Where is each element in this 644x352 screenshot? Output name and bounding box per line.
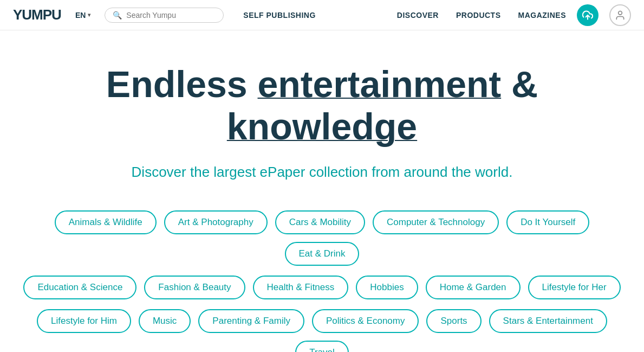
magazines-link[interactable]: MAGAZINES — [518, 11, 567, 20]
tag-travel[interactable]: Travel — [295, 341, 349, 352]
chevron-down-icon: ▾ — [88, 12, 90, 18]
search-input[interactable] — [126, 11, 216, 20]
tag-stars-entertainment[interactable]: Stars & Entertainment — [489, 309, 607, 333]
tag-health-fitness[interactable]: Health & Fitness — [253, 276, 349, 299]
tag-music[interactable]: Music — [139, 309, 191, 333]
tags-container: Animals & Wildlife Art & Photography Car… — [22, 210, 622, 352]
upload-button[interactable] — [577, 4, 599, 26]
tag-fashion-beauty[interactable]: Fashion & Beauty — [144, 276, 245, 299]
headline-mid: & — [501, 63, 538, 105]
nav-right-links: DISCOVER PRODUCTS MAGAZINES — [397, 11, 566, 20]
lang-selector[interactable]: EN ▾ — [72, 9, 94, 22]
tag-sports[interactable]: Sports — [426, 309, 481, 333]
lang-label: EN — [75, 11, 86, 20]
tag-eat-drink[interactable]: Eat & Drink — [285, 242, 360, 266]
tag-politics-economy[interactable]: Politics & Economy — [312, 309, 419, 333]
nav-right: DISCOVER PRODUCTS MAGAZINES — [397, 4, 631, 26]
tag-home-garden[interactable]: Home & Garden — [426, 276, 521, 299]
tags-row-2: Lifestyle for Him Music Parenting & Fami… — [22, 309, 622, 352]
tag-animals-wildlife[interactable]: Animals & Wildlife — [55, 210, 157, 234]
subtitle: Discover the largest ePaper collection f… — [132, 164, 513, 181]
tag-parenting-family[interactable]: Parenting & Family — [198, 309, 304, 333]
svg-point-1 — [619, 11, 622, 15]
products-link[interactable]: PRODUCTS — [456, 11, 501, 20]
headline-knowledge[interactable]: knowledge — [227, 106, 417, 147]
main-content: Endless entertainment & knowledge Discov… — [0, 30, 644, 352]
tag-cars-mobility[interactable]: Cars & Mobility — [275, 210, 365, 234]
tag-art-photography[interactable]: Art & Photography — [164, 210, 268, 234]
search-bar[interactable]: 🔍 — [105, 8, 224, 23]
self-publishing-link[interactable]: SELF PUBLISHING — [243, 11, 316, 20]
headline-entertainment[interactable]: entertainment — [258, 63, 502, 105]
tag-education-science[interactable]: Education & Science — [23, 276, 136, 299]
headline: Endless entertainment & knowledge — [22, 63, 622, 148]
headline-start: Endless — [106, 63, 258, 105]
navbar: YUMPU EN ▾ 🔍 SELF PUBLISHING DISCOVER PR… — [0, 0, 644, 30]
tags-row-0: Animals & Wildlife Art & Photography Car… — [22, 210, 622, 266]
logo[interactable]: YUMPU — [13, 7, 61, 23]
tags-row-1: Education & Science Fashion & Beauty Hea… — [23, 276, 620, 299]
search-icon: 🔍 — [113, 11, 122, 20]
tag-hobbies[interactable]: Hobbies — [356, 276, 418, 299]
discover-link[interactable]: DISCOVER — [397, 11, 439, 20]
tag-lifestyle-her[interactable]: Lifestyle for Her — [528, 276, 621, 299]
tag-computer-technology[interactable]: Computer & Technology — [373, 210, 499, 234]
user-button[interactable] — [609, 4, 631, 26]
tag-lifestyle-him[interactable]: Lifestyle for Him — [37, 309, 131, 333]
nav-left-links: SELF PUBLISHING — [243, 11, 316, 20]
tag-do-it-yourself[interactable]: Do It Yourself — [506, 210, 589, 234]
